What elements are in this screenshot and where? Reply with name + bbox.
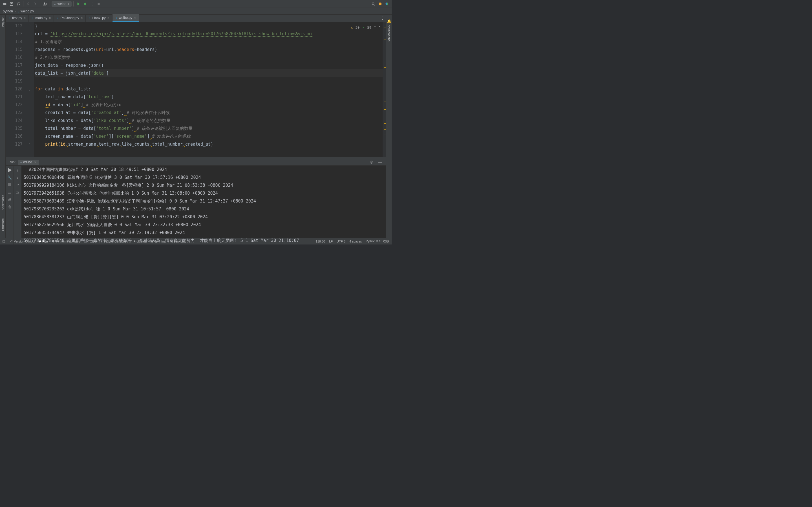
run-config-label: weibo	[57, 2, 66, 6]
run-tab[interactable]: ⬨ weibo ×	[18, 160, 38, 165]
shield-icon[interactable]	[384, 1, 390, 7]
fold-column: ⌃ ⌄ ⌃	[28, 22, 34, 157]
tab-first[interactable]: ⬨first.py×	[6, 14, 29, 22]
svg-rect-3	[98, 3, 100, 5]
left-tool-gutter: Project Bookmarks Structure	[0, 15, 6, 238]
up-icon[interactable]: ↑	[15, 167, 20, 173]
close-icon[interactable]: ×	[35, 160, 36, 164]
scroll-icon[interactable]: ⇲	[15, 189, 20, 195]
list-icon: ☰	[84, 239, 87, 243]
save-icon[interactable]	[8, 1, 15, 7]
breadcrumb-root[interactable]: python	[3, 9, 13, 13]
breadcrumb-sep-icon: ›	[15, 9, 16, 13]
layout-icon[interactable]: ☰	[7, 189, 12, 195]
terminal-button[interactable]: ▣Terminal	[151, 239, 166, 243]
stop-icon[interactable]	[96, 1, 102, 7]
svg-point-2	[84, 3, 86, 5]
close-icon[interactable]: ×	[24, 16, 26, 20]
run-config-selector[interactable]: ⬨ weibo ▾	[52, 1, 71, 7]
notifications-tool-button[interactable]: Notifications	[388, 23, 391, 43]
stop-run-icon[interactable]	[7, 182, 12, 187]
code-editor[interactable]: 1121131141151161171181191201211221231241…	[6, 22, 386, 157]
close-icon[interactable]: ×	[49, 16, 51, 20]
fold-up-icon[interactable]: ⌃	[29, 22, 31, 30]
rerun-icon[interactable]	[7, 167, 12, 173]
wrench-icon[interactable]: 🔧	[7, 175, 12, 180]
status-interpreter[interactable]: Python 3.10 在线	[366, 239, 389, 243]
run-tools-left: 🔧 ☰ 🖶 🗑	[6, 166, 13, 244]
services-icon: ◈	[170, 239, 172, 243]
fold-down-icon[interactable]: ⌄	[29, 86, 31, 94]
packages-button[interactable]: ⬢Python Packages	[52, 239, 80, 243]
debug-icon[interactable]	[82, 1, 88, 7]
ide-avatar-icon[interactable]	[377, 1, 383, 7]
warning-icon: ⊘	[130, 239, 132, 243]
project-tool-button[interactable]: Project	[1, 16, 4, 28]
editor-tabs: ⬨first.py× ⬨main.py× ⬨PaChong.py× ⬨Lianx…	[6, 15, 386, 22]
forward-icon[interactable]	[32, 1, 38, 7]
svg-rect-7	[8, 183, 11, 186]
play-icon: ▶	[39, 239, 41, 243]
tab-lianxi[interactable]: ⬨Lianxi.py×	[86, 14, 112, 22]
weak-count: 59	[367, 24, 371, 32]
run-title: Run:	[8, 160, 15, 164]
wrap-icon[interactable]: ⤶	[15, 182, 20, 187]
open-icon[interactable]	[2, 1, 8, 7]
run-panel: Run: ⬨ weibo × — 🔧 ☰ 🖶 🗑	[6, 159, 386, 238]
branch-icon: ⎇	[9, 239, 13, 243]
tool-window-icon[interactable]: ▢	[2, 239, 5, 243]
status-sep[interactable]: LF	[329, 240, 333, 243]
close-icon[interactable]: ×	[107, 16, 109, 20]
breadcrumb-file[interactable]: ⬨ weibo.py	[17, 9, 34, 13]
svg-point-1	[44, 2, 45, 4]
chevron-up-icon[interactable]: ˄	[374, 24, 376, 32]
terminal-icon: ▣	[151, 239, 153, 243]
run-icon[interactable]	[75, 1, 82, 7]
version-control-button[interactable]: ⎇Version Control	[9, 239, 35, 243]
tab-main[interactable]: ⬨main.py×	[29, 14, 54, 22]
structure-tool-button[interactable]: Structure	[1, 217, 4, 232]
tab-weibo[interactable]: ⬨weibo.py×	[112, 14, 139, 22]
hide-icon[interactable]: —	[377, 159, 383, 165]
bell-icon[interactable]: 🔔	[387, 19, 391, 23]
todo-button[interactable]: ☰TODO	[84, 239, 97, 243]
status-indent[interactable]: 4 spaces	[349, 240, 362, 243]
chevron-down-icon[interactable]: ˅	[378, 24, 380, 32]
svg-point-6	[371, 162, 372, 163]
user-icon[interactable]: ▾	[42, 1, 48, 7]
weak-warning-icon: ✓	[362, 24, 364, 32]
console-button[interactable]: ⬨Python Console	[101, 240, 126, 243]
warning-icon: ⚠	[351, 24, 353, 32]
bookmarks-tool-button[interactable]: Bookmarks	[1, 194, 4, 212]
tab-pachong[interactable]: ⬨PaChong.py×	[54, 14, 86, 22]
print-icon[interactable]: 🖶	[7, 196, 12, 202]
close-icon[interactable]: ×	[81, 16, 83, 20]
code-area[interactable]: }url = 'https://weibo.com/ajax/statuses/…	[34, 22, 383, 157]
search-icon[interactable]	[370, 1, 376, 7]
right-tool-gutter: 🔔 Notifications	[386, 15, 392, 238]
down-icon[interactable]: ↓	[15, 175, 20, 180]
inspection-widget[interactable]: ⚠30 ✓59 ˄ ˅	[351, 24, 380, 32]
gear-icon[interactable]	[368, 159, 375, 165]
run-output[interactable]: #2024中国网络媒体论坛# 2 0 Sat Mar 30 18:49:51 +…	[21, 166, 386, 244]
svg-point-5	[378, 2, 382, 5]
delete-icon[interactable]: 🗑	[7, 204, 12, 210]
breadcrumb: python › ⬨ weibo.py	[0, 8, 392, 15]
status-position[interactable]: 118:30	[316, 240, 325, 243]
refresh-icon[interactable]	[15, 1, 21, 7]
services-button[interactable]: ◈Services	[170, 239, 185, 243]
run-tools-nav: ↑ ↓ ⤶ ⇲	[13, 166, 21, 244]
back-icon[interactable]	[25, 1, 31, 7]
status-encoding[interactable]: UTF-8	[337, 240, 345, 243]
error-stripe[interactable]	[383, 22, 386, 157]
warning-count: 30	[356, 24, 359, 32]
problems-button[interactable]: ⊘Problems	[130, 239, 146, 243]
more-run-icon[interactable]: ⋮	[89, 1, 95, 7]
svg-rect-0	[10, 2, 13, 5]
package-icon: ⬢	[52, 239, 55, 243]
tabs-more-icon[interactable]: ⋮	[380, 16, 384, 20]
fold-up-icon[interactable]: ⌃	[29, 140, 31, 148]
close-icon[interactable]: ×	[134, 16, 136, 20]
run-button[interactable]: ▶Run	[39, 239, 48, 243]
python-icon: ⬨	[101, 240, 103, 243]
